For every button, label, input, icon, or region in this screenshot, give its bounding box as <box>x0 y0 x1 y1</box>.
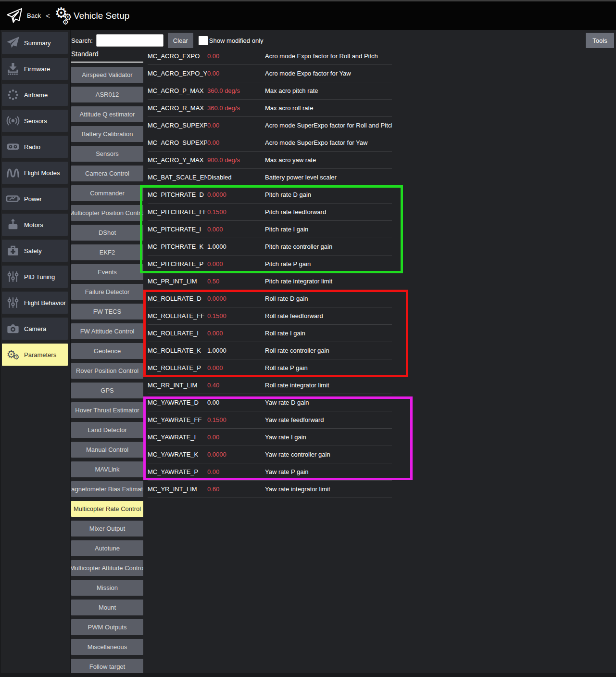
group-item-sensors[interactable]: Sensors <box>71 146 143 162</box>
param-row-mc-pitchrate-k[interactable]: MC_PITCHRATE_K1.0000Pitch rate controlle… <box>148 238 392 255</box>
group-item-multicopter-attitude-control[interactable]: Multicopter Attitude Control <box>71 560 143 576</box>
param-name: MC_ROLLRATE_K <box>148 347 207 354</box>
sidebar-item-motors[interactable]: Motors <box>2 214 68 236</box>
param-value: 0.0000 <box>207 295 265 302</box>
param-row-mc-rollrate-i[interactable]: MC_ROLLRATE_I0.000Roll rate I gain <box>148 325 392 342</box>
gears-icon: ⚙⚙ <box>2 348 24 361</box>
titlebar: Back < ⚙⚙⚙ Vehicle Setup <box>0 1 616 30</box>
param-row-mc-yawrate-ff[interactable]: MC_YAWRATE_FF0.1500Yaw rate feedforward <box>148 411 392 429</box>
param-row-mc-rr-int-lim[interactable]: MC_RR_INT_LIM0.40Roll rate integrator li… <box>148 377 392 394</box>
param-name: MC_PITCHRATE_FF <box>148 208 207 216</box>
group-item-mavlink[interactable]: MAVLink <box>71 461 143 477</box>
sliders-icon <box>2 270 24 283</box>
param-value: 1.0000 <box>207 347 265 354</box>
sidebar-item-sensors[interactable]: Sensors <box>2 110 68 132</box>
group-item-gps[interactable]: GPS <box>71 383 143 398</box>
group-item-multicopter-rate-control[interactable]: Multicopter Rate Control <box>71 501 143 517</box>
tools-button[interactable]: Tools <box>586 33 614 48</box>
param-row-mc-rollrate-ff[interactable]: MC_ROLLRATE_FF0.1500Roll rate feedforwar… <box>148 307 392 325</box>
squiggle-wave-icon <box>2 166 24 180</box>
sidebar-item-flight-behavior[interactable]: Flight Behavior <box>2 292 68 314</box>
group-item-manual-control[interactable]: Manual Control <box>71 442 143 458</box>
group-item-events[interactable]: Events <box>71 264 143 280</box>
param-description: Roll rate P gain <box>265 364 392 371</box>
param-row-mc-yawrate-i[interactable]: MC_YAWRATE_I0.00Yaw rate I gain <box>148 429 392 446</box>
group-item-land-detector[interactable]: Land Detector <box>71 422 143 438</box>
param-row-mc-bat-scale-en[interactable]: MC_BAT_SCALE_ENDisabledBattery power lev… <box>148 169 392 186</box>
param-description: Pitch rate I gain <box>265 226 392 233</box>
sidebar-item-airframe[interactable]: Airframe <box>2 84 68 106</box>
param-row-mc-pitchrate-d[interactable]: MC_PITCHRATE_D0.0000Pitch rate D gain <box>148 186 392 204</box>
param-value: 0.60 <box>207 485 265 493</box>
sidebar-item-camera[interactable]: Camera <box>2 318 68 340</box>
param-row-mc-acro-p-max[interactable]: MC_ACRO_P_MAX360.0 deg/sMax acro pitch r… <box>148 82 392 100</box>
group-item-mission[interactable]: Mission <box>71 580 143 596</box>
param-description: Max acro roll rate <box>265 104 392 112</box>
param-description: Max acro pitch rate <box>265 87 392 94</box>
group-item-battery-calibration[interactable]: Battery Calibration <box>71 126 143 142</box>
sidebar-item-label: Summary <box>24 39 51 47</box>
sidebar-item-firmware[interactable]: Firmware <box>2 58 68 80</box>
group-item-camera-control[interactable]: Camera Control <box>71 166 143 181</box>
sidebar-item-power[interactable]: Power <box>2 188 68 210</box>
group-item-magnetometer-bias-estimator[interactable]: Magnetometer Bias Estimator <box>71 481 143 497</box>
param-row-mc-yr-int-lim[interactable]: MC_YR_INT_LIM0.60Yaw rate integrator lim… <box>148 481 392 498</box>
group-item-hover-thrust-estimator[interactable]: Hover Thrust Estimator <box>71 402 143 418</box>
search-input[interactable] <box>96 34 163 47</box>
sidebar-item-label: PID Tuning <box>24 273 55 281</box>
group-item-mount[interactable]: Mount <box>71 600 143 615</box>
group-item-mixer-output[interactable]: Mixer Output <box>71 521 143 536</box>
param-row-mc-pr-int-lim[interactable]: MC_PR_INT_LIM0.50Pitch rate integrator l… <box>148 273 392 290</box>
group-item-dshot[interactable]: DShot <box>71 225 143 241</box>
param-row-mc-pitchrate-i[interactable]: MC_PITCHRATE_I0.000Pitch rate I gain <box>148 221 392 238</box>
sidebar-item-parameters[interactable]: ⚙⚙Parameters <box>2 344 68 366</box>
param-row-mc-acro-r-max[interactable]: MC_ACRO_R_MAX360.0 deg/sMax acro roll ra… <box>148 100 392 117</box>
param-row-mc-pitchrate-p[interactable]: MC_PITCHRATE_P0.000Pitch rate P gain <box>148 255 392 273</box>
group-item-commander[interactable]: Commander <box>71 185 143 201</box>
group-item-miscellaneous[interactable]: Miscellaneous <box>71 639 143 655</box>
param-name: MC_BAT_SCALE_EN <box>148 174 207 181</box>
param-description: Roll rate controller gain <box>265 347 392 354</box>
group-item-attitude-q-estimator[interactable]: Attitude Q estimator <box>71 106 143 122</box>
param-row-mc-acro-supexpoy[interactable]: MC_ACRO_SUPEXPOY0.00Acro mode SuperExpo … <box>148 134 392 152</box>
sidebar-item-summary[interactable]: Summary <box>2 32 68 54</box>
param-row-mc-acro-expo-y[interactable]: MC_ACRO_EXPO_Y0.00Acro mode Expo factor … <box>148 65 392 82</box>
group-item-fw-attitude-control[interactable]: FW Attitude Control <box>71 323 143 339</box>
param-row-mc-yawrate-p[interactable]: MC_YAWRATE_P0.00Yaw rate P gain <box>148 463 392 481</box>
param-row-mc-acro-expo[interactable]: MC_ACRO_EXPO0.00Acro mode Expo factor fo… <box>148 48 392 65</box>
group-item-geofence[interactable]: Geofence <box>71 343 143 359</box>
param-name: MC_YR_INT_LIM <box>148 485 207 493</box>
param-row-mc-pitchrate-ff[interactable]: MC_PITCHRATE_FF0.1500Pitch rate feedforw… <box>148 204 392 221</box>
param-row-mc-yawrate-d[interactable]: MC_YAWRATE_D0.00Yaw rate D gain <box>148 394 392 411</box>
group-item-airspeed-validator[interactable]: Airspeed Validator <box>71 67 143 83</box>
group-item-follow-target[interactable]: Follow target <box>71 659 143 675</box>
group-item-ekf2[interactable]: EKF2 <box>71 244 143 260</box>
show-modified-checkbox[interactable] <box>199 36 208 45</box>
param-description: Yaw rate integrator limit <box>265 485 392 493</box>
parameter-table: MC_ACRO_EXPO0.00Acro mode Expo factor fo… <box>148 48 392 498</box>
sidebar-item-pid-tuning[interactable]: PID Tuning <box>2 266 68 288</box>
sidebar-item-radio[interactable]: Radio <box>2 136 68 158</box>
param-row-mc-acro-y-max[interactable]: MC_ACRO_Y_MAX900.0 deg/sMax acro yaw rat… <box>148 152 392 169</box>
group-item-rover-position-control[interactable]: Rover Position Control <box>71 363 143 379</box>
group-item-failure-detector[interactable]: Failure Detector <box>71 284 143 300</box>
param-name: MC_ROLLRATE_D <box>148 295 207 302</box>
back-button[interactable]: Back <box>27 12 41 19</box>
sidebar-item-flight-modes[interactable]: Flight Modes <box>2 162 68 184</box>
group-item-fw-tecs[interactable]: FW TECS <box>71 304 143 319</box>
group-item-multicopter-position-control[interactable]: Multicopter Position Control <box>71 205 143 221</box>
sidebar-item-safety[interactable]: Safety <box>2 240 68 262</box>
param-description: Pitch rate integrator limit <box>265 278 392 285</box>
param-row-mc-rollrate-d[interactable]: MC_ROLLRATE_D0.0000Roll rate D gain <box>148 290 392 307</box>
param-row-mc-yawrate-k[interactable]: MC_YAWRATE_K0.0000Yaw rate controller ga… <box>148 446 392 463</box>
param-row-mc-acro-supexpo[interactable]: MC_ACRO_SUPEXPO0.00Acro mode SuperExpo f… <box>148 117 392 134</box>
group-item-asr012[interactable]: ASR012 <box>71 87 143 102</box>
param-row-mc-rollrate-k[interactable]: MC_ROLLRATE_K1.0000Roll rate controller … <box>148 342 392 359</box>
group-item-autotune[interactable]: Autotune <box>71 540 143 556</box>
param-name: MC_RR_INT_LIM <box>148 382 207 389</box>
param-value: 0.00 <box>207 52 265 60</box>
group-item-pwm-outputs[interactable]: PWM Outputs <box>71 619 143 635</box>
clear-button[interactable]: Clear <box>168 33 193 48</box>
sidebar-item-label: Flight Behavior <box>24 299 66 307</box>
param-row-mc-rollrate-p[interactable]: MC_ROLLRATE_P0.000Roll rate P gain <box>148 359 392 377</box>
